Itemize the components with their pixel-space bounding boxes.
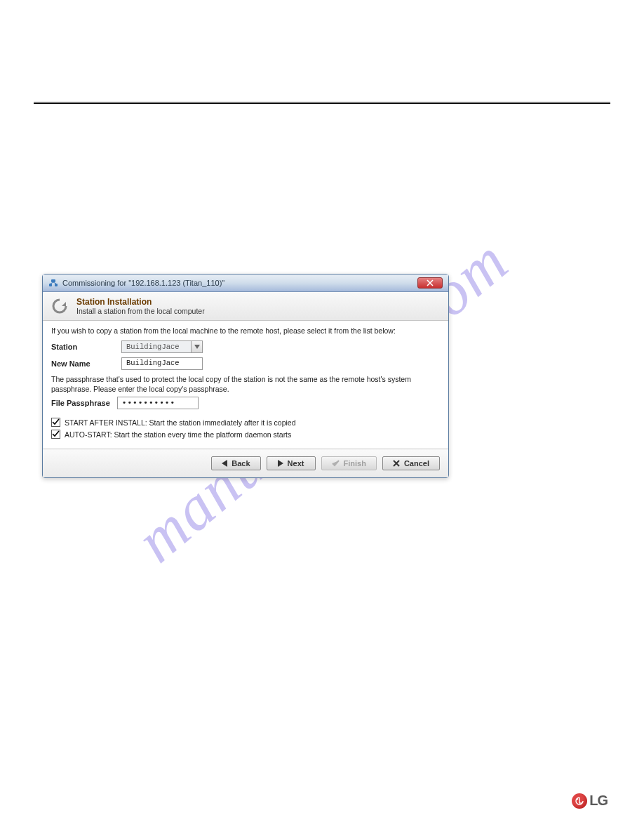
header-title: Station Installation <box>76 297 205 307</box>
row-new-name: New Name BuildingJace <box>51 357 440 370</box>
new-name-input[interactable]: BuildingJace <box>121 357 203 370</box>
dialog-title: Commissioning for "192.168.1.123 (Titan_… <box>62 279 224 287</box>
station-combo[interactable]: BuildingJace <box>121 340 203 353</box>
passphrase-note: The passphrase that's used to protect th… <box>51 374 440 394</box>
finish-button: Finish <box>321 456 377 470</box>
checkbox-row-auto-start: AUTO-START: Start the station every time… <box>51 430 440 439</box>
svg-rect-2 <box>55 284 58 286</box>
file-passphrase-label: File Passphrase <box>51 399 110 407</box>
new-name-label: New Name <box>51 359 114 368</box>
auto-start-label: AUTO-START: Start the station every time… <box>65 430 291 439</box>
x-icon <box>393 460 400 467</box>
row-station: Station BuildingJace <box>51 340 440 353</box>
header-subtitle: Install a station from the local compute… <box>76 307 205 315</box>
page-divider <box>34 102 610 104</box>
refresh-icon <box>50 296 69 316</box>
station-value: BuildingJace <box>121 340 192 353</box>
cancel-label: Cancel <box>404 459 429 468</box>
start-after-install-label: START AFTER INSTALL: Start the station i… <box>65 418 296 427</box>
svg-rect-0 <box>51 279 55 282</box>
commissioning-dialog: Commissioning for "192.168.1.123 (Titan_… <box>42 274 449 478</box>
app-icon <box>48 278 58 288</box>
checkbox-row-start-after-install: START AFTER INSTALL: Start the station i… <box>51 418 440 427</box>
auto-start-checkbox[interactable] <box>51 430 60 439</box>
close-button[interactable] <box>417 277 443 289</box>
back-label: Back <box>232 459 250 468</box>
lg-logo-text: LG <box>589 793 608 809</box>
dialog-titlebar[interactable]: Commissioning for "192.168.1.123 (Titan_… <box>43 274 448 292</box>
back-button[interactable]: Back <box>211 456 260 470</box>
lg-logo: LG <box>572 793 608 809</box>
triangle-right-icon <box>278 460 283 467</box>
next-label: Next <box>288 459 304 468</box>
svg-rect-1 <box>49 284 52 286</box>
row-file-passphrase: File Passphrase •••••••••• <box>51 397 440 409</box>
cancel-button[interactable]: Cancel <box>382 456 440 470</box>
dialog-header: Station Installation Install a station f… <box>43 292 448 321</box>
next-button[interactable]: Next <box>267 456 316 470</box>
start-after-install-checkbox[interactable] <box>51 418 60 427</box>
button-bar: Back Next Finish Cancel <box>43 449 448 477</box>
station-dropdown-button[interactable] <box>192 340 203 353</box>
triangle-left-icon <box>222 460 227 467</box>
dialog-body: If you wish to copy a station from the l… <box>43 321 448 449</box>
file-passphrase-input[interactable]: •••••••••• <box>117 397 199 409</box>
lg-logo-circle <box>572 793 587 809</box>
intro-text: If you wish to copy a station from the l… <box>51 326 440 335</box>
finish-label: Finish <box>344 459 366 468</box>
station-label: Station <box>51 343 114 351</box>
check-icon <box>332 460 340 467</box>
